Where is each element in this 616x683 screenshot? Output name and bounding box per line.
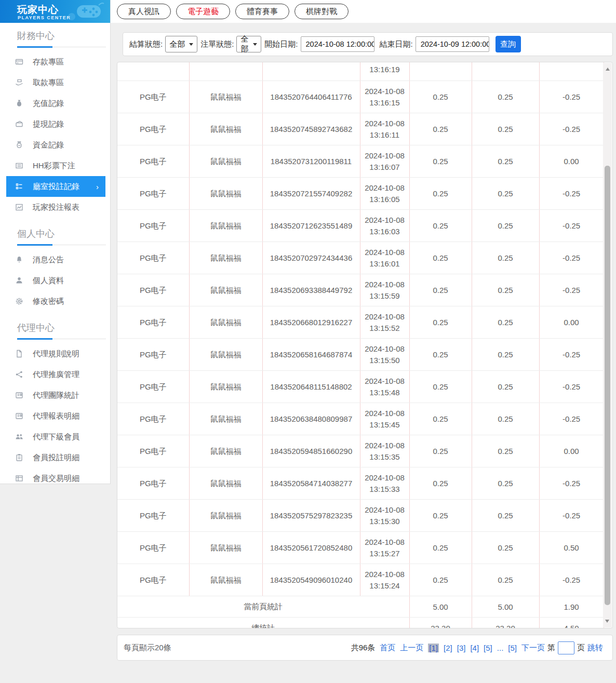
bank-card-icon [15,58,23,66]
cell-order-no: 1843520721557409282 [262,178,360,210]
cell-game: 鼠鼠福福 [189,113,262,145]
cell-bet: 0.25 [409,145,472,178]
table-row: PG电子鼠鼠福福18435205752978232352024-10-0813:… [117,500,604,532]
sidebar-item-label: 提現記錄 [33,119,64,129]
sidebar-item-change-password[interactable]: 修改密碼 [0,291,110,312]
last-page-link[interactable]: [5] [508,644,517,652]
cell-bet: 0.25 [409,178,472,210]
cell-bet: 0.25 [409,210,472,242]
cell-game: 鼠鼠福福 [189,145,262,178]
search-button[interactable]: 查詢 [496,36,521,52]
sidebar-item-agent-promotion[interactable]: 代理推廣管理 [0,364,110,385]
sidebar-item-agent-team-stats[interactable]: 代理團隊統計 [0,385,110,406]
table-row: PG电子鼠鼠福福18435206581646878742024-10-0813:… [117,339,604,371]
sidebar-item-recharge-records[interactable]: 充值記錄 [0,93,110,114]
section-finance-center: 財務中心 [17,23,106,47]
chevron-down-icon [253,43,257,46]
cell-game: 鼠鼠福福 [189,210,262,242]
sidebar-item-member-bet-detail[interactable]: 會員投註明細 [0,447,110,468]
sidebar-item-profile[interactable]: 個人資料 [0,270,110,291]
page-link-5[interactable]: [5] [484,644,492,652]
table-scrollbar[interactable] [603,63,612,627]
table-row-partial: 13:16:19 [117,62,604,81]
table-row: PG电子鼠鼠福福18435206680129162272024-10-0813:… [117,306,604,339]
share-icon [15,370,23,379]
summary-label: 總統計 [117,618,409,629]
sidebar-item-funds-records[interactable]: 資金記錄 [0,135,110,155]
page-link-4[interactable]: [4] [470,644,479,652]
page-link-current[interactable]: [1] [428,644,439,652]
jump-page-input[interactable] [558,641,574,654]
cell-bet: 0.25 [409,81,472,113]
jump-prefix: 第 [547,643,555,653]
start-date-input[interactable] [301,36,374,52]
scroll-up-arrow-icon[interactable] [606,68,610,71]
order-status-select[interactable]: 全部 [236,36,261,52]
sidebar-item-member-transaction-detail[interactable]: 會員交易明細 [0,468,110,489]
cell-provider: PG电子 [117,178,189,210]
next-page-link[interactable]: 下一页 [521,643,545,653]
cell-win-loss: -0.25 [539,339,604,371]
cell-game: 鼠鼠福福 [189,532,262,564]
tab-sports[interactable]: 體育賽事 [235,4,289,19]
cell-win-loss: 0.00 [539,435,604,467]
sidebar-item-room-bet-records[interactable]: 廳室投註記錄 › [6,176,105,197]
agent-menu: 代理規則說明 代理推廣管理 代理團隊統計 代理報表明細 代理下級會員 會員投註明… [0,339,110,492]
sidebar-item-withdraw[interactable]: 取款專區 [0,72,110,93]
cell-time: 2024-10-0813:16:01 [360,242,409,274]
end-date-input[interactable] [416,36,489,52]
cell-order-no: 1843520693388449792 [262,274,360,306]
cell-win-loss: -0.25 [539,274,604,306]
summary-valid-bet: 5.00 [472,596,539,618]
scroll-down-arrow-icon[interactable] [605,620,609,623]
sidebar-item-label: 消息公告 [33,255,64,265]
tab-board-games[interactable]: 棋牌對戰 [294,4,349,19]
settle-status-value: 全部 [169,39,185,49]
order-status-value: 全部 [240,34,249,54]
cell-provider: PG电子 [117,242,189,274]
settle-status-label: 結算狀態: [129,39,163,49]
table-row: PG电子鼠鼠福福18435207126235514892024-10-0813:… [117,210,604,242]
sidebar-item-announcements[interactable]: 消息公告 [0,249,110,270]
tab-electronic-games[interactable]: 電子遊藝 [176,4,230,19]
start-date-label: 開始日期: [264,39,298,49]
tab-live-casino[interactable]: 真人視訊 [117,4,171,19]
cell-game: 鼠鼠福福 [189,339,262,371]
sidebar: 玩家中心 PLAYERS CENTER 財務中心 存款專區 [0,0,111,484]
first-page-link[interactable]: 首页 [380,643,395,653]
sidebar-item-withdraw-records[interactable]: 提現記錄 [0,114,110,135]
clipboard-icon [15,453,23,462]
sidebar-item-hh-lottery[interactable]: HH彩票下注 [0,155,110,176]
cell-provider: PG电子 [117,564,189,596]
id-card-icon [15,412,23,421]
cell-valid-bet: 0.25 [472,339,539,371]
pagination-bar: 每頁顯示20條 共96条 首页 上一页 [1] [2] [3] [4] [5] … [117,635,613,661]
cell-order-no: 1843520712623551489 [262,210,360,242]
table-grid-icon [15,474,23,483]
order-status-label: 注單狀態: [200,39,234,49]
sidebar-item-label: 玩家投注報表 [33,203,79,212]
cell-win-loss: -0.25 [539,371,604,403]
page-link-3[interactable]: [3] [457,644,466,652]
sidebar-item-label: 代理團隊統計 [33,391,79,400]
sidebar-item-player-bet-report[interactable]: 玩家投注報表 [0,197,110,218]
sidebar-item-deposit[interactable]: 存款專區 [0,51,110,72]
cell-bet: 0.25 [409,371,472,403]
cell-valid-bet: 0.25 [472,178,539,210]
prev-page-link[interactable]: 上一页 [400,643,423,653]
jump-button[interactable]: 跳转 [587,643,603,653]
cell-order-no: 1843520561720852480 [262,532,360,564]
sidebar-item-agent-downline-members[interactable]: 代理下級會員 [0,426,110,447]
list-icon [15,162,23,170]
table-row: PG电子鼠鼠福福18435207644064117762024-10-0813:… [117,81,604,113]
cell-valid-bet: 0.25 [472,81,539,113]
scrollbar-thumb[interactable] [605,166,610,605]
sidebar-item-agent-report-detail[interactable]: 代理報表明細 [0,406,110,426]
settle-status-select[interactable]: 全部 [165,36,197,52]
cell-valid-bet: 0.25 [472,371,539,403]
sidebar-item-agent-rules[interactable]: 代理規則說明 [0,343,110,364]
cell-valid-bet: 0.25 [472,435,539,467]
funds-bag-icon [15,141,23,150]
page-link-2[interactable]: [2] [444,644,452,652]
cell-order-no: 1843520594851660290 [262,435,360,467]
